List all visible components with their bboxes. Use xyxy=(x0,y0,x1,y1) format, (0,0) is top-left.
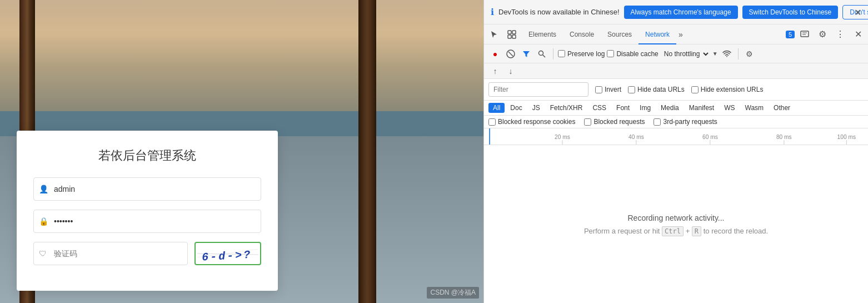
svg-text:20 ms: 20 ms xyxy=(555,134,570,140)
tab-elements[interactable]: Elements xyxy=(522,24,563,44)
tab-console[interactable]: Console xyxy=(563,24,601,44)
pole-right xyxy=(358,0,376,303)
close-devtools-button[interactable]: ✕ xyxy=(850,27,866,42)
inspect-icon[interactable] xyxy=(504,27,520,42)
match-language-button[interactable]: Always match Chrome's language xyxy=(624,6,738,19)
empty-state-title: Recording network activity... xyxy=(627,213,724,222)
hide-extension-urls-text: Hide extension URLs xyxy=(701,86,764,93)
upload-icon[interactable]: ↑ xyxy=(488,64,502,78)
svg-text:6-d->?: 6-d->? xyxy=(202,249,252,264)
captcha-image[interactable]: 6-d->? xyxy=(194,242,261,265)
blocked-cookies-checkbox[interactable] xyxy=(488,118,496,126)
svg-rect-5 xyxy=(512,31,516,34)
notification-close-button[interactable]: ✕ xyxy=(854,7,861,17)
timeline-ruler: 20 ms 40 ms 60 ms 80 ms 100 ms xyxy=(484,128,868,145)
blocked-requests-label[interactable]: Blocked requests xyxy=(584,118,645,126)
sky-background xyxy=(0,0,483,111)
record-button[interactable]: ● xyxy=(488,47,502,61)
password-group: 🔒 xyxy=(33,210,261,233)
type-filter-css[interactable]: CSS xyxy=(588,103,611,113)
more-options-icon[interactable]: ⋮ xyxy=(832,27,848,42)
empty-subtitle-text: Perform a request or hit xyxy=(584,227,660,235)
svg-text:40 ms: 40 ms xyxy=(628,134,644,140)
type-filter-doc[interactable]: Doc xyxy=(506,103,526,113)
filter-button[interactable] xyxy=(520,47,533,61)
devtools-tabs-bar: Elements Console Sources Network » 5 ⚙ ⋮… xyxy=(484,24,868,44)
svg-rect-8 xyxy=(801,31,809,37)
user-icon: 👤 xyxy=(39,185,48,193)
hide-data-urls-checkbox[interactable] xyxy=(628,86,635,93)
svg-text:80 ms: 80 ms xyxy=(776,134,792,140)
toolbar-divider-1 xyxy=(553,48,553,59)
tab-actions: 5 ⚙ ⋮ ✕ xyxy=(786,27,866,42)
login-card: 若依后台管理系统 👤 🔒 🛡 6-d-> xyxy=(17,131,278,291)
settings-icon[interactable]: ⚙ xyxy=(815,27,830,42)
password-input[interactable] xyxy=(33,210,261,233)
type-filter-manifest[interactable]: Manifest xyxy=(685,103,719,113)
wifi-icon[interactable] xyxy=(720,47,734,61)
svg-line-14 xyxy=(543,54,546,57)
hide-extension-urls-label[interactable]: Hide extension URLs xyxy=(691,86,764,93)
more-tabs-icon[interactable]: » xyxy=(676,30,685,39)
blocked-requests-text: Blocked requests xyxy=(593,118,645,126)
filter-checkboxes: Invert Hide data URLs Hide extension URL… xyxy=(595,86,763,93)
type-filter-img[interactable]: Img xyxy=(635,103,655,113)
type-filter-ws[interactable]: WS xyxy=(720,103,739,113)
blocked-requests-checkbox[interactable] xyxy=(584,118,591,126)
invert-label[interactable]: Invert xyxy=(595,86,621,93)
lock-icon: 🔒 xyxy=(39,217,48,226)
type-filter-all[interactable]: All xyxy=(488,103,505,113)
switch-chinese-button[interactable]: Switch DevTools to Chinese xyxy=(742,6,839,19)
username-input[interactable] xyxy=(33,177,261,201)
blocked-cookies-text: Blocked response cookies xyxy=(498,118,575,126)
search-button[interactable] xyxy=(535,47,548,61)
type-filter-fetch-xhr[interactable]: Fetch/XHR xyxy=(546,103,587,113)
throttle-select[interactable]: No throttling xyxy=(661,48,710,59)
svg-line-12 xyxy=(508,52,513,56)
type-filter-js[interactable]: JS xyxy=(528,103,545,113)
devtools-panel: ℹ DevTools is now available in Chinese! … xyxy=(483,0,868,303)
notification-message: DevTools is now available in Chinese! xyxy=(498,8,620,16)
preserve-log-checkbox[interactable] xyxy=(558,50,565,57)
third-party-text: 3rd-party requests xyxy=(663,118,717,126)
tab-network[interactable]: Network xyxy=(638,24,676,44)
hide-data-urls-text: Hide data URLs xyxy=(637,86,685,93)
chat-icon[interactable] xyxy=(797,27,812,42)
captcha-row: 🛡 6-d->? xyxy=(33,242,261,265)
svg-rect-7 xyxy=(512,35,516,38)
type-filter-other[interactable]: Other xyxy=(769,103,795,113)
disable-cache-text: Disable cache xyxy=(616,50,658,58)
blocked-row: Blocked response cookies Blocked request… xyxy=(484,116,868,128)
cursor-icon[interactable] xyxy=(486,27,502,42)
filter-input[interactable] xyxy=(488,82,588,97)
type-filter-font[interactable]: Font xyxy=(612,103,634,113)
toolbar-row2: ↑ ↓ xyxy=(484,63,868,79)
svg-text:60 ms: 60 ms xyxy=(702,134,718,140)
tab-sources[interactable]: Sources xyxy=(601,24,638,44)
type-filter-wasm[interactable]: Wasm xyxy=(741,103,769,113)
clear-button[interactable] xyxy=(504,47,517,61)
svg-rect-4 xyxy=(508,31,511,34)
network-toolbar: ● Preserve log Disable cache xyxy=(484,44,868,63)
disable-cache-checkbox[interactable] xyxy=(607,50,614,57)
invert-checkbox[interactable] xyxy=(595,86,602,93)
preserve-log-label[interactable]: Preserve log xyxy=(558,50,605,58)
download-icon[interactable]: ↓ xyxy=(504,64,517,78)
throttle-dropdown-arrow[interactable]: ▼ xyxy=(712,51,718,57)
messages-badge: 5 xyxy=(786,31,795,38)
r-key: R xyxy=(692,226,701,236)
preserve-log-text: Preserve log xyxy=(567,50,605,58)
third-party-label[interactable]: 3rd-party requests xyxy=(654,118,717,126)
network-settings-icon[interactable]: ⚙ xyxy=(743,47,756,61)
type-filter-media[interactable]: Media xyxy=(656,103,684,113)
info-icon: ℹ xyxy=(491,7,494,17)
captcha-input[interactable] xyxy=(33,242,188,265)
toolbar-divider-2 xyxy=(738,48,739,59)
disable-cache-label[interactable]: Disable cache xyxy=(607,50,658,58)
third-party-checkbox[interactable] xyxy=(654,118,661,126)
blocked-cookies-label[interactable]: Blocked response cookies xyxy=(488,118,575,126)
login-title: 若依后台管理系统 xyxy=(33,147,261,164)
hide-extension-urls-checkbox[interactable] xyxy=(691,86,699,93)
empty-state-subtitle: Perform a request or hit Ctrl + R to rec… xyxy=(584,227,768,235)
hide-data-urls-label[interactable]: Hide data URLs xyxy=(628,86,685,93)
